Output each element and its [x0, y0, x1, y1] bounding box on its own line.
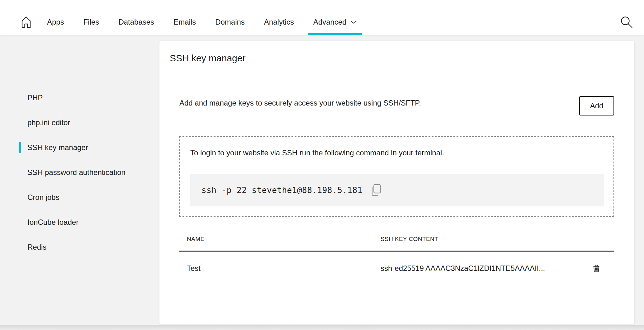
sidebar-item-ssh-password-authentication[interactable]: SSH password authentication	[0, 160, 159, 185]
column-header-name: NAME	[179, 236, 373, 243]
ssh-key-manager-panel: SSH key manager Add and manage keys to s…	[159, 41, 634, 324]
page-description: Add and manage keys to securely access y…	[179, 96, 421, 107]
nav-item-analytics[interactable]: Analytics	[254, 9, 304, 35]
sidebar-item-ssh-key-manager[interactable]: SSH key manager	[0, 135, 159, 160]
nav-item-label: Analytics	[264, 18, 294, 26]
sidebar-item-label: IonCube loader	[27, 218, 78, 227]
table-row: Test ssh-ed25519 AAAAC3NzaC1lZDI1NTE5AAA…	[179, 252, 614, 285]
add-key-button[interactable]: Add	[579, 96, 614, 116]
sidebar-item-label: PHP	[27, 93, 43, 102]
page-bottom-shadow	[0, 325, 644, 330]
delete-key-button[interactable]	[593, 264, 600, 272]
sidebar-item-label: Cron jobs	[27, 193, 59, 202]
search-icon	[620, 16, 633, 29]
sidebar-item-cron-jobs[interactable]: Cron jobs	[0, 185, 159, 210]
sidebar: PHP php.ini editor SSH key manager SSH p…	[0, 35, 159, 260]
copy-icon	[371, 184, 381, 196]
panel-header: SSH key manager	[159, 41, 634, 75]
top-nav: Apps Files Databases Emails Domains Anal…	[0, 0, 644, 35]
description-row: Add and manage keys to securely access y…	[179, 96, 614, 116]
nav-item-label: Advanced	[313, 18, 347, 26]
ssh-command-block: ssh -p 22 stevethe1@88.198.5.181	[190, 174, 604, 206]
ssh-instruction-text: To login to your website via SSH run the…	[190, 148, 604, 158]
key-name-cell: Test	[179, 264, 373, 273]
copy-command-button[interactable]	[371, 184, 381, 196]
column-header-ssh-key-content: SSH KEY CONTENT	[373, 236, 614, 243]
trash-icon	[593, 264, 600, 272]
home-icon	[21, 16, 32, 29]
nav-item-domains[interactable]: Domains	[206, 9, 254, 35]
nav-item-label: Domains	[215, 18, 245, 26]
sidebar-menu: PHP php.ini editor SSH key manager SSH p…	[0, 85, 159, 260]
nav-item-label: Databases	[118, 18, 154, 26]
ssh-command: ssh -p 22 stevethe1@88.198.5.181	[201, 186, 362, 195]
nav-item-label: Apps	[47, 18, 64, 26]
search-button[interactable]	[617, 12, 637, 32]
nav-item-label: Emails	[173, 18, 196, 26]
nav-item-files[interactable]: Files	[74, 9, 109, 35]
sidebar-item-php-ini-editor[interactable]: php.ini editor	[0, 110, 159, 135]
key-content-cell: ssh-ed25519 AAAAC3NzaC1lZDI1NTE5AAAAII..…	[373, 264, 593, 273]
nav-item-databases[interactable]: Databases	[109, 9, 164, 35]
nav-item-label: Files	[83, 18, 99, 26]
table-header-row: NAME SSH KEY CONTENT	[179, 236, 614, 252]
page-title: SSH key manager	[170, 53, 245, 64]
sidebar-item-redis[interactable]: Redis	[0, 235, 159, 260]
sidebar-item-label: SSH password authentication	[27, 168, 125, 177]
panel-body: Add and manage keys to securely access y…	[159, 96, 634, 285]
home-nav-item[interactable]	[15, 9, 37, 35]
ssh-keys-table: NAME SSH KEY CONTENT Test ssh-ed25519 AA…	[179, 236, 614, 285]
nav-item-emails[interactable]: Emails	[164, 9, 206, 35]
sidebar-item-label: Redis	[27, 243, 46, 252]
sidebar-item-php[interactable]: PHP	[0, 85, 159, 110]
ssh-login-info-box: To login to your website via SSH run the…	[179, 136, 614, 217]
sidebar-item-ioncube-loader[interactable]: IonCube loader	[0, 210, 159, 235]
sidebar-item-label: php.ini editor	[27, 118, 70, 127]
nav-item-apps[interactable]: Apps	[37, 9, 74, 35]
nav-item-advanced[interactable]: Advanced	[304, 9, 366, 35]
sidebar-item-label: SSH key manager	[27, 143, 88, 152]
chevron-down-icon	[350, 20, 357, 24]
